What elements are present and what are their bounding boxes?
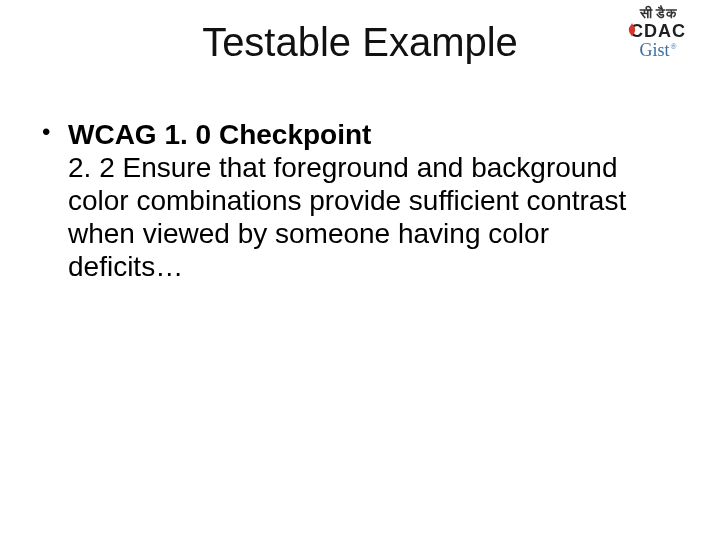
bullet-item: WCAG 1. 0 Checkpoint 2. 2 Ensure that fo… <box>38 118 660 283</box>
slide-body: WCAG 1. 0 Checkpoint 2. 2 Ensure that fo… <box>38 118 660 283</box>
logo-hindi-text: सी डैक <box>614 6 702 20</box>
bullet-heading: WCAG 1. 0 Checkpoint <box>68 119 371 150</box>
bullet-text: 2. 2 Ensure that foreground and backgrou… <box>68 152 626 282</box>
slide-title: Testable Example <box>0 20 720 65</box>
